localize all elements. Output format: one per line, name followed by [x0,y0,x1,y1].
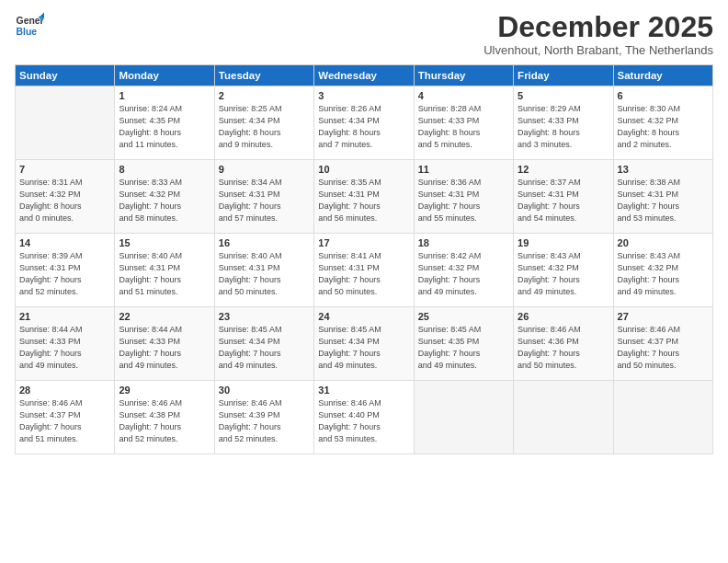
day-header-monday: Monday [115,65,214,86]
day-number: 18 [418,237,509,248]
day-number: 24 [318,311,409,322]
calendar-cell: 29Sunrise: 8:46 AM Sunset: 4:38 PM Dayli… [115,381,214,454]
day-number: 2 [219,90,310,101]
day-info: Sunrise: 8:45 AM Sunset: 4:34 PM Dayligh… [219,324,310,372]
day-info: Sunrise: 8:40 AM Sunset: 4:31 PM Dayligh… [119,250,210,298]
day-info: Sunrise: 8:30 AM Sunset: 4:32 PM Dayligh… [618,103,709,151]
day-number: 19 [518,237,609,248]
day-info: Sunrise: 8:46 AM Sunset: 4:36 PM Dayligh… [518,324,609,372]
day-number: 31 [318,385,409,396]
day-number: 25 [418,311,509,322]
calendar-cell: 14Sunrise: 8:39 AM Sunset: 4:31 PM Dayli… [16,234,115,307]
day-info: Sunrise: 8:41 AM Sunset: 4:31 PM Dayligh… [318,250,409,298]
day-number: 11 [418,164,509,175]
calendar-cell: 2Sunrise: 8:25 AM Sunset: 4:34 PM Daylig… [214,86,313,160]
day-info: Sunrise: 8:43 AM Sunset: 4:32 PM Dayligh… [618,250,709,298]
calendar-cell: 20Sunrise: 8:43 AM Sunset: 4:32 PM Dayli… [613,234,712,307]
day-info: Sunrise: 8:39 AM Sunset: 4:31 PM Dayligh… [19,250,110,298]
day-header-thursday: Thursday [414,65,513,86]
day-number: 23 [219,311,310,322]
day-header-sunday: Sunday [16,65,115,86]
day-info: Sunrise: 8:36 AM Sunset: 4:31 PM Dayligh… [418,177,509,224]
calendar-cell: 13Sunrise: 8:38 AM Sunset: 4:31 PM Dayli… [613,160,712,234]
day-header-saturday: Saturday [613,65,712,86]
day-info: Sunrise: 8:46 AM Sunset: 4:37 PM Dayligh… [618,324,709,372]
day-number: 30 [219,385,310,396]
day-number: 27 [618,311,709,322]
day-info: Sunrise: 8:24 AM Sunset: 4:35 PM Dayligh… [119,103,210,151]
day-number: 17 [318,237,409,248]
day-number: 9 [219,164,310,175]
calendar-cell: 1Sunrise: 8:24 AM Sunset: 4:35 PM Daylig… [115,86,214,160]
calendar-cell: 9Sunrise: 8:34 AM Sunset: 4:31 PM Daylig… [214,160,313,234]
calendar-week-4: 21Sunrise: 8:44 AM Sunset: 4:33 PM Dayli… [16,307,713,381]
day-info: Sunrise: 8:46 AM Sunset: 4:38 PM Dayligh… [119,397,210,445]
day-info: Sunrise: 8:28 AM Sunset: 4:33 PM Dayligh… [418,103,509,151]
logo-icon: General Blue [15,11,44,40]
calendar-cell: 30Sunrise: 8:46 AM Sunset: 4:39 PM Dayli… [214,381,313,454]
day-info: Sunrise: 8:42 AM Sunset: 4:32 PM Dayligh… [418,250,509,298]
calendar-cell: 31Sunrise: 8:46 AM Sunset: 4:40 PM Dayli… [314,381,414,454]
calendar-cell: 26Sunrise: 8:46 AM Sunset: 4:36 PM Dayli… [514,307,613,381]
calendar-cell: 3Sunrise: 8:26 AM Sunset: 4:34 PM Daylig… [314,86,414,160]
day-number: 29 [119,385,210,396]
day-number: 8 [119,164,210,175]
day-number: 12 [518,164,609,175]
calendar-table: SundayMondayTuesdayWednesdayThursdayFrid… [15,64,713,454]
title-block: December 2025 Ulvenhout, North Brabant, … [483,11,713,57]
calendar-cell: 11Sunrise: 8:36 AM Sunset: 4:31 PM Dayli… [414,160,513,234]
day-header-tuesday: Tuesday [214,65,313,86]
location-subtitle: Ulvenhout, North Brabant, The Netherland… [483,43,713,57]
calendar-cell: 6Sunrise: 8:30 AM Sunset: 4:32 PM Daylig… [613,86,712,160]
logo: General Blue [15,11,44,40]
page-header: General Blue December 2025 Ulvenhout, No… [15,11,713,57]
calendar-cell: 28Sunrise: 8:46 AM Sunset: 4:37 PM Dayli… [16,381,115,454]
day-info: Sunrise: 8:38 AM Sunset: 4:31 PM Dayligh… [618,177,709,224]
calendar-cell [613,381,712,454]
day-info: Sunrise: 8:46 AM Sunset: 4:40 PM Dayligh… [318,397,409,445]
day-info: Sunrise: 8:40 AM Sunset: 4:31 PM Dayligh… [219,250,310,298]
calendar-cell [514,381,613,454]
calendar-week-1: 1Sunrise: 8:24 AM Sunset: 4:35 PM Daylig… [16,86,713,160]
day-number: 16 [219,237,310,248]
day-number: 1 [119,90,210,101]
day-info: Sunrise: 8:43 AM Sunset: 4:32 PM Dayligh… [518,250,609,298]
day-number: 7 [19,164,110,175]
day-info: Sunrise: 8:44 AM Sunset: 4:33 PM Dayligh… [119,324,210,372]
calendar-cell: 4Sunrise: 8:28 AM Sunset: 4:33 PM Daylig… [414,86,513,160]
day-number: 21 [19,311,110,322]
month-title: December 2025 [483,11,713,43]
calendar-cell: 15Sunrise: 8:40 AM Sunset: 4:31 PM Dayli… [115,234,214,307]
day-number: 22 [119,311,210,322]
day-number: 4 [418,90,509,101]
day-number: 10 [318,164,409,175]
calendar-cell: 21Sunrise: 8:44 AM Sunset: 4:33 PM Dayli… [16,307,115,381]
day-info: Sunrise: 8:29 AM Sunset: 4:33 PM Dayligh… [518,103,609,151]
day-number: 6 [618,90,709,101]
day-number: 26 [518,311,609,322]
day-info: Sunrise: 8:33 AM Sunset: 4:32 PM Dayligh… [119,177,210,224]
day-header-friday: Friday [514,65,613,86]
calendar-cell: 18Sunrise: 8:42 AM Sunset: 4:32 PM Dayli… [414,234,513,307]
calendar-week-5: 28Sunrise: 8:46 AM Sunset: 4:37 PM Dayli… [16,381,713,454]
day-info: Sunrise: 8:34 AM Sunset: 4:31 PM Dayligh… [219,177,310,224]
calendar-cell [414,381,513,454]
day-number: 28 [19,385,110,396]
calendar-cell: 5Sunrise: 8:29 AM Sunset: 4:33 PM Daylig… [514,86,613,160]
day-number: 15 [119,237,210,248]
calendar-cell: 12Sunrise: 8:37 AM Sunset: 4:31 PM Dayli… [514,160,613,234]
day-info: Sunrise: 8:25 AM Sunset: 4:34 PM Dayligh… [219,103,310,151]
calendar-week-3: 14Sunrise: 8:39 AM Sunset: 4:31 PM Dayli… [16,234,713,307]
calendar-cell: 23Sunrise: 8:45 AM Sunset: 4:34 PM Dayli… [214,307,313,381]
calendar-cell: 17Sunrise: 8:41 AM Sunset: 4:31 PM Dayli… [314,234,414,307]
day-number: 13 [618,164,709,175]
day-info: Sunrise: 8:26 AM Sunset: 4:34 PM Dayligh… [318,103,409,151]
day-info: Sunrise: 8:35 AM Sunset: 4:31 PM Dayligh… [318,177,409,224]
day-number: 3 [318,90,409,101]
calendar-week-2: 7Sunrise: 8:31 AM Sunset: 4:32 PM Daylig… [16,160,713,234]
svg-text:Blue: Blue [17,27,38,37]
day-info: Sunrise: 8:45 AM Sunset: 4:35 PM Dayligh… [418,324,509,372]
calendar-cell: 24Sunrise: 8:45 AM Sunset: 4:34 PM Dayli… [314,307,414,381]
day-number: 20 [618,237,709,248]
calendar-cell: 10Sunrise: 8:35 AM Sunset: 4:31 PM Dayli… [314,160,414,234]
